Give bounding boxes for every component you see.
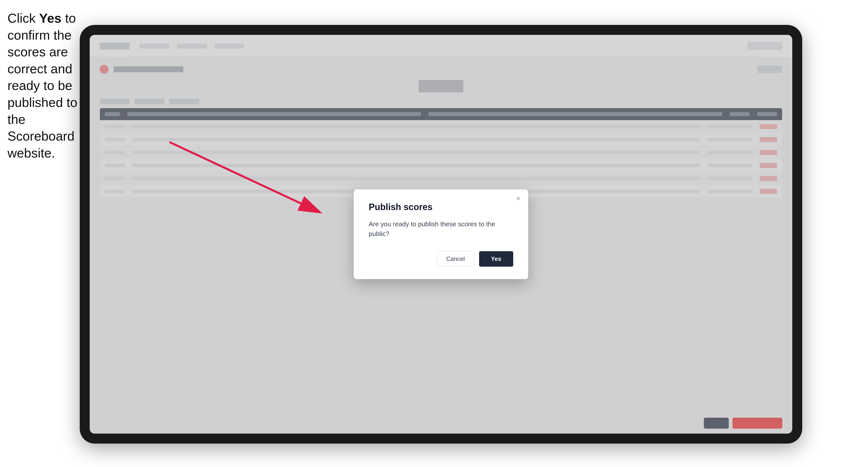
modal-body: Are you ready to publish these scores to… [369, 219, 513, 239]
modal-title: Publish scores [369, 202, 513, 212]
tablet-device: × Publish scores Are you ready to publis… [80, 25, 802, 443]
modal-close-button[interactable]: × [514, 194, 522, 203]
tablet-screen: × Publish scores Are you ready to publis… [90, 35, 792, 434]
cancel-button[interactable]: Cancel [437, 251, 474, 267]
modal-actions: Cancel Yes [369, 251, 513, 267]
modal-overlay: × Publish scores Are you ready to publis… [90, 35, 792, 434]
instruction-prefix: Click [7, 11, 39, 25]
instruction-text: Click Yes to confirm the scores are corr… [7, 10, 80, 161]
yes-button[interactable]: Yes [479, 251, 513, 267]
publish-scores-modal: × Publish scores Are you ready to publis… [354, 189, 528, 279]
instruction-suffix: to confirm the scores are correct and re… [7, 11, 77, 160]
instruction-bold: Yes [39, 11, 62, 25]
